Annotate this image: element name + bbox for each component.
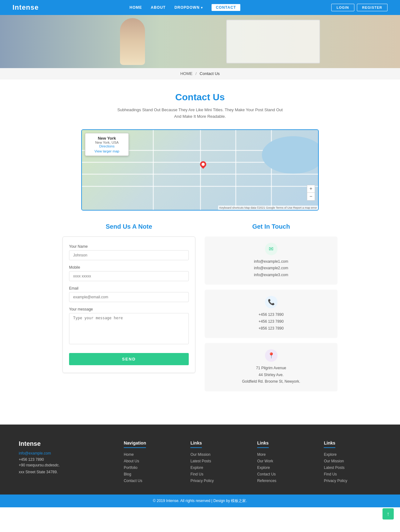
get-in-touch-section: Get In Touch ✉ info@example1.com info@ex… [205,223,338,396]
address-line-3: Goldfield Rd. Broome St, Newyork. [211,378,331,385]
footer-links1: Our Mission Latest Posts Explore Find Us… [190,452,248,483]
nav-dropdown[interactable]: DROPDOWN [174,5,202,10]
email-line-1: info@example1.com [211,258,331,265]
footer-links1-0[interactable]: Our Mission [190,452,248,457]
phone-line-1: +456 123 7890 [211,311,331,318]
footer-nav-links: Home About Us Portfolio Blog Contact Us [124,452,181,483]
nav-actions: LOGIN REGISTER [331,4,388,11]
map-zoom: + − [307,185,315,201]
email-card: ✉ info@example1.com info@example2.com in… [205,236,338,285]
nav-home[interactable]: HOME [130,5,142,10]
email-icon: ✉ [265,243,278,255]
road-v2 [200,130,201,210]
footer-links3-0[interactable]: Explore [324,452,381,457]
map-popup: New York New York, USA Directions View l… [85,133,129,156]
nav-contact[interactable]: CONTACT [212,4,241,11]
login-button[interactable]: LOGIN [331,4,354,11]
footer-links3-4[interactable]: Privacy Policy [324,479,381,483]
footer-brand-col: Intense info@example.com +456 123 7890 +… [19,440,114,485]
nav-about[interactable]: ABOUT [151,5,166,10]
footer-links2-col: Links More Our Work Explore Contact Us R… [257,440,315,485]
footer-address: xxx Street State 34789. [19,469,114,475]
map-inner: New York New York, USA Directions View l… [82,130,318,210]
email-input[interactable] [69,292,189,302]
footer-links3-col: Links Explore Our Mission Latest Posts F… [324,440,381,485]
footer-links2-0[interactable]: More [257,452,315,457]
breadcrumb-current: Contact Us [200,71,220,76]
phone-line-2: +456 123 7890 [211,318,331,325]
footer-links2: More Our Work Explore Contact Us Referen… [257,452,315,483]
name-label: Your Name [69,244,189,249]
contact-form-section: Send Us A Note Your Name Mobile Email Yo… [62,223,195,373]
road-v3 [235,130,236,210]
form-card: Your Name Mobile Email Your message SEND [62,236,195,373]
phone-line-3: +856 123 7890 [211,325,331,332]
footer-copyright: © 2019 Intense. All rights reserved | De… [0,495,400,507]
footer-nav-contact[interactable]: Contact Us [124,479,181,483]
page-title: Contact Us [6,92,394,102]
footer-nav-portfolio[interactable]: Portfolio [124,465,181,470]
address-line-1: 71 Pilgrim Avenue [211,365,331,372]
email-label: Email [69,286,189,291]
message-label: Your message [69,307,189,311]
view-larger-map-link[interactable]: View larger map [88,149,125,153]
footer-phone2: +90 nsequursu.dsdesdc. [19,463,114,467]
footer-links3: Explore Our Mission Latest Posts Find Us… [324,452,381,483]
email-group: Email [69,286,189,302]
form-heading: Send Us A Note [62,223,195,230]
breadcrumb: HOME / Contact Us [0,68,400,79]
footer-links3-title: Links [324,440,335,448]
footer-nav-title: Navigation [124,440,146,448]
hero-image [0,15,400,68]
footer-links2-4[interactable]: References [257,479,315,483]
message-textarea[interactable] [69,313,189,344]
footer-links3-2[interactable]: Latest Posts [324,465,381,470]
footer-links2-2[interactable]: Explore [257,465,315,470]
zoom-in-button[interactable]: + [307,185,315,193]
address-icon: 📍 [265,349,278,362]
address-line-2: 44 Shirley Ave. [211,372,331,379]
directions-link[interactable]: Directions [99,144,115,148]
two-col-section: Send Us A Note Your Name Mobile Email Yo… [56,223,344,412]
send-button[interactable]: SEND [69,353,189,365]
brand[interactable]: Intense [12,3,39,12]
map-location-sub: New York, USA [88,141,125,144]
footer-email[interactable]: info@example.com [19,451,114,455]
message-group: Your message [69,307,189,346]
phone-card: 📞 +456 123 7890 +456 123 7890 +856 123 7… [205,290,338,338]
footer-links1-2[interactable]: Explore [190,465,248,470]
footer-links2-1[interactable]: Our Work [257,459,315,463]
phone-icon: 📞 [265,296,278,308]
footer-links1-col: Links Our Mission Latest Posts Explore F… [190,440,248,485]
navbar: Intense HOME ABOUT DROPDOWN CONTACT LOGI… [0,0,400,15]
mobile-input[interactable] [69,271,189,281]
footer-links1-title: Links [190,440,202,448]
map-location-name: New York [88,136,125,141]
footer-nav-home[interactable]: Home [124,452,181,457]
main-content: Contact Us Subheadings Stand Out Because… [0,79,400,425]
mobile-group: Mobile [69,265,189,281]
zoom-out-button[interactable]: − [307,193,315,200]
footer-nav-blog[interactable]: Blog [124,472,181,476]
email-line-3: info@example3.com [211,272,331,279]
footer: Intense info@example.com +456 123 7890 +… [0,425,400,507]
footer-links1-3[interactable]: Find Us [190,472,248,476]
mobile-label: Mobile [69,265,189,270]
contact-heading: Get In Touch [205,223,338,230]
road-v1 [153,130,154,210]
register-button[interactable]: REGISTER [357,4,388,11]
footer-links1-1[interactable]: Latest Posts [190,459,248,463]
footer-nav-col: Navigation Home About Us Portfolio Blog … [124,440,181,485]
phone-info: +456 123 7890 +456 123 7890 +856 123 789… [211,311,331,332]
footer-links1-4[interactable]: Privacy Policy [190,479,248,483]
name-input[interactable] [69,250,189,260]
footer-links3-3[interactable]: Find Us [324,472,381,476]
map-attribution: Keyboard shortcuts Map data ©2021 Google… [218,206,318,210]
nav-items: HOME ABOUT DROPDOWN CONTACT [130,4,241,11]
breadcrumb-home[interactable]: HOME [180,71,192,76]
footer-nav-about[interactable]: About Us [124,459,181,463]
footer-links2-3[interactable]: Contact Us [257,472,315,476]
breadcrumb-sep: / [196,71,197,76]
footer-links3-1[interactable]: Our Mission [324,459,381,463]
email-line-2: info@example2.com [211,265,331,272]
